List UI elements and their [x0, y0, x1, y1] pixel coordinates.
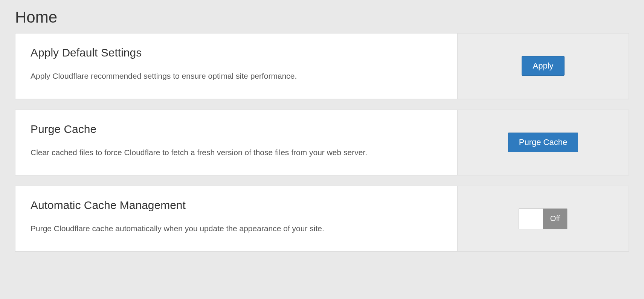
- card-description: Apply Cloudflare recommended settings to…: [31, 70, 392, 83]
- card-purge-cache: Purge Cache Clear cached files to force …: [15, 110, 629, 175]
- apply-button[interactable]: Apply: [522, 56, 564, 76]
- card-heading: Automatic Cache Management: [31, 199, 442, 212]
- card-action-area: Purge Cache: [457, 110, 629, 175]
- card-content: Purge Cache Clear cached files to force …: [15, 110, 457, 175]
- auto-cache-toggle[interactable]: Off: [519, 208, 568, 229]
- purge-cache-button[interactable]: Purge Cache: [508, 133, 578, 152]
- card-content: Apply Default Settings Apply Cloudflare …: [15, 34, 457, 99]
- card-action-area: Apply: [457, 34, 629, 99]
- card-description: Purge Cloudflare cache automatically whe…: [31, 222, 392, 235]
- card-automatic-cache-management: Automatic Cache Management Purge Cloudfl…: [15, 186, 629, 252]
- cards-container: Apply Default Settings Apply Cloudflare …: [0, 33, 644, 252]
- card-apply-default-settings: Apply Default Settings Apply Cloudflare …: [15, 33, 629, 99]
- toggle-knob-icon: [519, 209, 543, 229]
- card-heading: Apply Default Settings: [31, 46, 442, 59]
- card-content: Automatic Cache Management Purge Cloudfl…: [15, 186, 457, 251]
- card-action-area: Off: [457, 186, 629, 251]
- card-description: Clear cached files to force Cloudflare t…: [31, 146, 392, 159]
- card-heading: Purge Cache: [31, 123, 442, 136]
- page-title: Home: [0, 0, 644, 33]
- settings-home-page: Home Apply Default Settings Apply Cloudf…: [0, 0, 644, 263]
- toggle-state-label: Off: [543, 209, 567, 229]
